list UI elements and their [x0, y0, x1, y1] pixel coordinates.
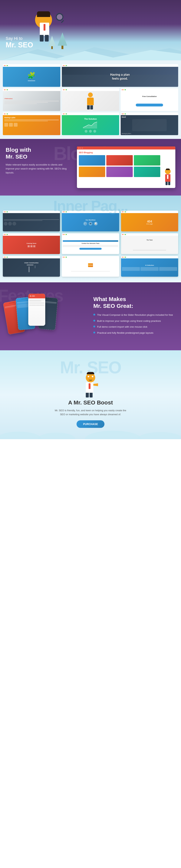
workflow-icon-3: 📊 [94, 222, 98, 225]
error-sub: Error page [146, 223, 153, 225]
screenshots-row-3: Having a plan [3, 113, 178, 135]
py-icon-1 [4, 123, 8, 127]
plan-yellow-content: Having a plan [3, 115, 60, 135]
solution-icons [63, 130, 118, 133]
coming-soon-inner: Coming Soon 00 43 57 [26, 242, 37, 248]
dot-ip3-r [122, 211, 123, 212]
blog-card-5 [106, 167, 133, 177]
sol-icon-3 [93, 130, 96, 133]
puzzle-icon: 🧩 [27, 72, 36, 80]
py-icon-2 [9, 123, 13, 127]
blog-char-leg-r [168, 182, 170, 185]
dot-g2 [66, 89, 67, 90]
mockup-girl [62, 88, 119, 111]
dot-ip7-y [5, 257, 6, 258]
screen-bar-need [121, 113, 178, 115]
boost-char-eye-r [92, 376, 93, 377]
screen-bar-refresh [3, 88, 60, 91]
mockup-solution: The Solution [62, 113, 119, 135]
boost-char-leg-l [86, 393, 89, 398]
dot-yellow [5, 65, 6, 66]
mockup-having-plan: Having a planfeels good. [62, 64, 178, 87]
consult-button [136, 104, 163, 106]
inner-screen-6: The Team [121, 233, 178, 254]
dot-ip2-r [63, 211, 64, 212]
dot-ip1-g [7, 211, 8, 212]
screenshot-consultation: Free Consultation [121, 88, 178, 111]
dot-ip7-g [7, 257, 8, 258]
having-plan-label: Having a planfeels good. [110, 73, 130, 81]
phone-screen-3: Mr. SEO [28, 294, 45, 326]
crane-wire [35, 266, 35, 268]
boost-char-head [86, 373, 95, 382]
coming-soon-label: Coming Soon [27, 243, 36, 244]
workflow-inner: Our Workflow 🔍 ✉ 📊 [62, 218, 119, 226]
hero-subtitle: Say Hi to [6, 36, 33, 41]
dot-y3 [123, 89, 124, 90]
solution-label: The Solution [63, 118, 118, 120]
blog-dot-2 [80, 148, 81, 149]
dark-screen-inner [3, 218, 60, 226]
hero-character [33, 11, 67, 49]
collection-inner: A Collection [121, 264, 178, 272]
girl-figure [62, 91, 119, 111]
py-line-1 [4, 120, 59, 120]
mockup-refreshes: t Refreshes [3, 88, 60, 111]
dot-y1 [5, 89, 6, 90]
contact-hero [63, 240, 118, 242]
feature-item-1: The Visual Composer & the Slider Revolut… [93, 313, 175, 317]
inner-screen-bar-3 [121, 211, 178, 213]
solution-chart [83, 121, 98, 128]
coll-thumb-3 [159, 267, 177, 271]
boost-character [6, 373, 175, 398]
blog-text: Blog withMr. SEO Make relevant topics ea… [6, 147, 71, 175]
dot-ip9-y [123, 257, 124, 258]
phone-3: Mr. SEO [28, 294, 45, 326]
feature-text-3: Full demo content import with one mouse … [97, 325, 147, 329]
need-sub: Moving by Movi... [121, 133, 132, 134]
screenshot-puzzle: 🧩 [3, 64, 60, 87]
inner-screen-content-8: Contact [62, 258, 119, 277]
dot-ip1-r [4, 211, 5, 212]
boost-char-tie [88, 383, 90, 389]
svg-point-3 [0, 432, 41, 439]
error-page-inner: 404 Error page [146, 220, 153, 225]
blog-description: Make relevant topics easily accessible t… [6, 163, 71, 175]
dark-line-1 [4, 219, 59, 220]
workflow-icon-2: ✉ [88, 222, 93, 225]
crane-pole [29, 267, 29, 272]
screen-bar-consult [121, 88, 178, 91]
girl-torso [87, 98, 94, 105]
solution-inner: The Solution [62, 117, 119, 134]
py-icon-3 [14, 123, 17, 127]
coll-thumb-1 [122, 267, 140, 271]
dot-ip1-y [5, 211, 6, 212]
dot-g4 [7, 114, 8, 114]
blog-card-3 [134, 155, 160, 165]
contact-orange-hero: Contact [88, 263, 93, 267]
dot-r4 [4, 114, 5, 114]
inner-screen-bar-1 [3, 211, 60, 213]
blog-header: SEO Blogging [79, 151, 174, 154]
blog-character-area [162, 155, 174, 185]
dark-icon-3 [12, 222, 16, 225]
py-icons [4, 123, 17, 127]
refresh-line-2 [4, 102, 48, 103]
blog-mockup: SEO Blogging [77, 147, 175, 188]
phone-line-5 [29, 300, 44, 300]
purchase-button[interactable]: PURCHASE [77, 420, 105, 428]
dot-ip4-g [7, 234, 8, 235]
blog-char-hair [166, 168, 170, 170]
under-const-inner: Under Construction [23, 261, 39, 274]
screenshot-plan-yellow: Having a plan [3, 113, 60, 135]
inner-screen-content-4: Coming Soon 00 43 57 [3, 236, 60, 254]
boost-content: A Mr. SEO Boost Mr. SEO is friendly, fun… [6, 373, 175, 428]
phone-notch-1 [9, 302, 14, 304]
phone-line-7 [29, 305, 44, 306]
need-bg-element [132, 119, 167, 131]
contact-f1 [63, 245, 118, 246]
dot-g3 [125, 89, 126, 90]
inner-screen-bar-9 [121, 256, 178, 258]
boost-title: A Mr. SEO Boost [6, 399, 175, 406]
girl-head [88, 92, 93, 97]
